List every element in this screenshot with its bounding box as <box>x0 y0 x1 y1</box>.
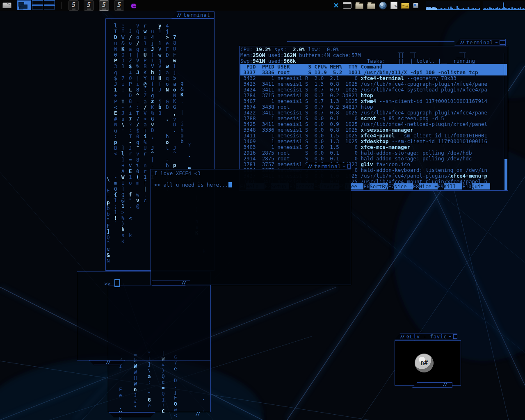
matrix-column: e I W & K O 3 1 7 i : T - J u \ ' ] l ] … <box>121 23 126 244</box>
htop-cpu-line: CPU: 19.2% sys: 2.0% low: 0.0% __ __ __ <box>240 47 507 52</box>
xfce-panel: 5 5 5 5 e ✕ ✎ 23:58 <box>0 0 525 11</box>
fkey-label: F10 <box>462 183 472 189</box>
htop-mem-line: Mem:250M used:162M buffers:4M cache:57M … <box>240 52 507 58</box>
htop-selected-row[interactable]: 3337 3336 root S 13.9 5.2 1031 /usr/bin/… <box>240 70 507 75</box>
bottom-deco-icon: // <box>106 360 110 364</box>
show-desktop-button[interactable] <box>2 2 11 8</box>
titlebar-button[interactable] <box>500 40 505 45</box>
launcher-eterm-2[interactable]: 5 <box>84 0 94 11</box>
terminal-launcher-icon[interactable] <box>343 2 352 9</box>
workspace-2[interactable] <box>32 0 43 5</box>
cpugraph[interactable] <box>483 1 525 10</box>
folder-icon[interactable] <box>367 3 375 9</box>
process-row[interactable]: 3423 3411 nemesis1 S 1.3 0.8 1025 /usr/l… <box>240 81 507 87</box>
terminal-output-line: I love XFCE4 <3 <box>154 171 351 176</box>
terminal-cursor <box>228 182 232 187</box>
process-row[interactable]: 3348 3336 nemesis1 S 0.0 0.8 1025 x-sess… <box>240 127 507 133</box>
fkey-action-nice -[interactable]: Nice - <box>394 183 413 189</box>
matrix-column: \ E - p b b " F ] Q ^ e & N <box>107 176 111 264</box>
folder-icon[interactable] <box>355 3 363 9</box>
workspace-3[interactable] <box>44 0 55 5</box>
titlebar-line <box>449 336 451 337</box>
xfce-menu-icon[interactable]: ✕ <box>333 1 339 9</box>
process-row[interactable]: 2916 2875 root S 0.0 0.1 0 hald-addon-st… <box>240 150 507 156</box>
workspace-pager[interactable] <box>17 0 55 10</box>
launcher-eterm-3[interactable]: 5 <box>99 0 109 11</box>
terminal-prompt-line: >> all u need is here... <box>154 182 351 188</box>
titlebar-extension-line <box>287 41 454 42</box>
matrix-column: y 1 1 V w q V ] H f J j b B <box>158 23 162 116</box>
fkey-action-kill[interactable]: Kill <box>444 183 462 189</box>
process-row[interactable]: 3425 3411 nemesis1 S 0.0 0.9 1025 /usr/l… <box>240 121 507 127</box>
browser-globe-icon[interactable] <box>379 2 387 9</box>
process-row[interactable]: 3407 1 nemesis1 S 0.7 1.3 1025 xfwm4 --s… <box>240 98 507 104</box>
fkey-action-quit[interactable]: Quit <box>472 183 490 189</box>
process-row[interactable]: 3788 1 nemesis1 S 0.0 0.1 0 scrot -q 85 … <box>240 116 507 121</box>
matrix-column: r w u 1 u U P B K Y @ [ Z a / V < a T i … <box>144 23 148 203</box>
titlebar-line <box>343 166 345 167</box>
matrix-column: J / o a T Z $ i 0 P L D 8 * i 7 ? : T - … <box>129 29 133 238</box>
bottom-deco-icon: // <box>196 412 200 416</box>
process-row[interactable]: 3432 1 nemesis1 R 2.0 2.1 0 xfce4-termin… <box>240 75 507 81</box>
gliv-canvas[interactable]: n# <box>395 340 461 386</box>
process-row[interactable]: 3411 1 nemesis1 S 0.0 1.5 1025 xfce4-pan… <box>240 133 507 139</box>
titlebar-deco-icon: // <box>308 164 312 169</box>
window-title: GLiv - favic <box>406 334 447 340</box>
fkey-action-sortby[interactable]: SortBy <box>370 183 388 189</box>
fkey-label: F8 <box>413 183 419 189</box>
enlightenment-icon[interactable]: e <box>131 0 137 10</box>
matrix-column: 7 8 D F w l j 5 a o N K G , v D . J ^ p … <box>173 34 177 174</box>
misc-plugin-icon[interactable] <box>413 3 418 8</box>
window-main-terminal[interactable]: // terminal I love XFCE4 <3 >> all u nee… <box>151 163 351 286</box>
fkey-action-nice +[interactable]: Nice + <box>419 183 438 189</box>
scrollbar-thumb[interactable] <box>504 159 507 191</box>
process-row[interactable]: 3409 1 nemesis1 S 0.0 1.3 1025 xfdesktop… <box>240 139 507 144</box>
htop-terminal-titlebar[interactable]: // terminal <box>454 39 506 46</box>
bottom-deco-icon: // <box>182 281 186 285</box>
favicon-glyph: n# <box>420 359 428 367</box>
main-terminal-body[interactable]: I love XFCE4 <3 >> all u need is here... <box>151 169 351 285</box>
launcher-eterm-4[interactable]: 5 <box>114 0 124 11</box>
titlebar-deco-icon: // <box>177 13 181 17</box>
bottom-deco-icon: // <box>443 382 447 387</box>
titlebar-line <box>212 15 215 15</box>
workspace-active[interactable] <box>17 0 31 10</box>
fkey-label: F9 <box>438 183 444 189</box>
process-row[interactable]: 2914 2875 root S 0.0 0.1 0 hald-addon-st… <box>240 156 507 162</box>
terminal-output-line <box>154 176 351 182</box>
matrix-terminal-titlebar[interactable]: // terminal <box>171 11 215 18</box>
process-row[interactable]: 3784 3715 nemesis1 R 0.7 0.2 34821 htop <box>240 93 507 98</box>
netload-graph[interactable] <box>426 1 480 10</box>
favicon-image: n# <box>415 354 434 372</box>
shell-prompt: >> <box>104 281 110 287</box>
window-bottom-deco <box>109 412 155 417</box>
titlebar-deco-icon: // <box>400 334 404 339</box>
pencil-icon: ✎ <box>394 5 397 9</box>
matrix-column: . . <box>202 395 206 413</box>
matrix-column: g & K . | i h o b <box>180 80 185 144</box>
editor-icon[interactable]: ✎ <box>390 2 397 9</box>
window-title: terminal <box>183 12 210 18</box>
matrix-column: V Q o / g | V % J ] i 8 ^ - : T 7 / $ 0 … <box>136 23 140 210</box>
process-row[interactable]: 3424 3411 nemesis1 S 0.7 0.9 1025 /usr/l… <box>240 87 507 93</box>
graph-sample <box>479 8 480 10</box>
process-row[interactable]: 3422 3411 nemesis1 S 0.7 0.8 1025 /usr/l… <box>240 110 507 116</box>
panel-separator <box>62 2 62 9</box>
mail-icon[interactable] <box>401 3 409 9</box>
fkey-label: F6 <box>363 183 370 189</box>
process-row[interactable]: 3674 3438 root S 0.7 0.2 34817 htop <box>240 104 507 110</box>
gliv-titlebar[interactable]: // GLiv - favic <box>395 333 457 340</box>
window-title: terminal <box>466 40 493 46</box>
window-gliv[interactable]: // GLiv - favic n# // <box>395 333 461 388</box>
process-row[interactable]: 3403 1 nemesis1 S 0.0 1.5 0 xfce-mcs-man… <box>240 144 507 150</box>
titlebar-deco-icon: // <box>460 40 464 45</box>
workspace-4[interactable] <box>32 5 43 9</box>
scrollbar[interactable] <box>504 53 507 189</box>
window-title: terminal <box>314 164 341 169</box>
titlebar-line <box>495 42 498 43</box>
terminal-cursor <box>114 279 120 287</box>
workspace-5[interactable] <box>44 5 55 9</box>
htop-column-header[interactable]: PID PPID USER S CPU% MEM% TTY Command <box>240 64 507 70</box>
titlebar-button[interactable] <box>453 334 459 339</box>
launcher-eterm-1[interactable]: 5 <box>68 0 79 11</box>
